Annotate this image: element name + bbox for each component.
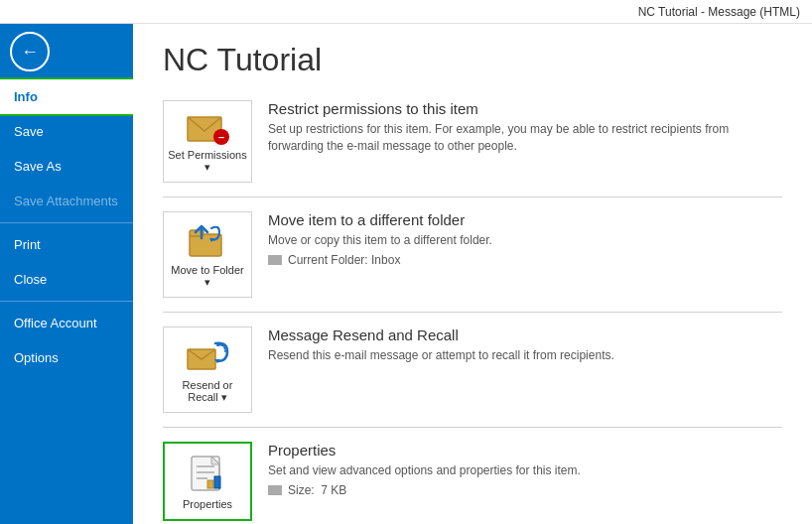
sidebar-save-label: Save xyxy=(14,124,44,139)
move-folder-desc: Move or copy this item to a different fo… xyxy=(268,232,782,249)
page-title: NC Tutorial xyxy=(163,42,782,78)
window-title: NC Tutorial - Message (HTML) xyxy=(638,5,800,19)
move-folder-button[interactable]: Move to Folder ▾ xyxy=(163,211,252,298)
resend-recall-icon xyxy=(182,335,233,375)
back-icon: ← xyxy=(21,42,39,63)
divider-1 xyxy=(163,196,782,197)
action-card-resend-recall: Resend or Recall ▾ Message Resend and Re… xyxy=(163,321,782,419)
sidebar-print-label: Print xyxy=(14,237,41,252)
properties-text: Properties Set and view advanced options… xyxy=(268,442,782,497)
properties-desc: Set and view advanced options and proper… xyxy=(268,462,782,479)
resend-recall-button[interactable]: Resend or Recall ▾ xyxy=(163,327,252,413)
sidebar-divider-1 xyxy=(0,222,133,223)
divider-3 xyxy=(163,427,782,428)
properties-button[interactable]: Properties xyxy=(163,442,252,521)
sidebar-item-save[interactable]: Save xyxy=(0,114,133,149)
sidebar-item-close[interactable]: Close xyxy=(0,262,133,297)
set-permissions-desc: Set up restrictions for this item. For e… xyxy=(268,121,782,155)
main-container: ← Info Save Save As Save Attachments Pri… xyxy=(0,24,812,524)
sidebar-office-account-label: Office Account xyxy=(14,316,97,330)
svg-rect-14 xyxy=(214,476,220,488)
resend-recall-title: Message Resend and Recall xyxy=(268,327,782,343)
meta-icon-size xyxy=(268,485,282,495)
properties-icon xyxy=(182,453,233,494)
size-value: 7 KB xyxy=(321,483,346,497)
properties-title: Properties xyxy=(268,442,782,458)
properties-label: Properties xyxy=(183,498,232,510)
properties-meta: Size: 7 KB xyxy=(268,483,782,497)
move-folder-title: Move item to a different folder xyxy=(268,211,782,228)
move-folder-icon xyxy=(182,220,233,260)
sidebar-info-label: Info xyxy=(14,89,38,104)
sidebar-item-office-account[interactable]: Office Account xyxy=(0,306,133,340)
sidebar: ← Info Save Save As Save Attachments Pri… xyxy=(0,24,133,524)
current-folder-value: Inbox xyxy=(371,253,400,267)
action-card-set-permissions: – Set Permissions ▾ Restrict permissions… xyxy=(163,94,782,189)
svg-rect-13 xyxy=(207,480,213,488)
meta-icon-folder xyxy=(268,255,282,265)
sidebar-item-options[interactable]: Options xyxy=(0,340,133,375)
size-label: Size: xyxy=(288,483,321,497)
action-card-properties: Properties Properties Set and view advan… xyxy=(163,436,782,524)
resend-recall-label: Resend or Recall ▾ xyxy=(168,379,247,404)
sidebar-save-attachments-label: Save Attachments xyxy=(14,194,118,208)
set-permissions-label: Set Permissions ▾ xyxy=(168,149,247,174)
action-card-move-folder: Move to Folder ▾ Move item to a differen… xyxy=(163,205,782,304)
divider-2 xyxy=(163,312,782,313)
move-folder-text: Move item to a different folder Move or … xyxy=(268,211,782,267)
back-button[interactable]: ← xyxy=(10,32,50,71)
svg-text:–: – xyxy=(218,131,224,143)
sidebar-save-as-label: Save As xyxy=(14,159,62,174)
sidebar-item-info[interactable]: Info xyxy=(0,79,133,114)
move-folder-meta: Current Folder: Inbox xyxy=(268,253,782,267)
set-permissions-text: Restrict permissions to this item Set up… xyxy=(268,100,782,155)
move-folder-label: Move to Folder ▾ xyxy=(168,264,247,289)
sidebar-item-save-attachments: Save Attachments xyxy=(0,184,133,218)
current-folder-label: Current Folder: xyxy=(288,253,371,267)
content-area: NC Tutorial – Set Permissions ▾ Restrict… xyxy=(133,24,812,524)
sidebar-close-label: Close xyxy=(14,272,47,287)
sidebar-divider-2 xyxy=(0,301,133,302)
resend-recall-desc: Resend this e-mail message or attempt to… xyxy=(268,347,782,364)
set-permissions-icon: – xyxy=(184,109,231,145)
sidebar-item-print[interactable]: Print xyxy=(0,227,133,262)
set-permissions-title: Restrict permissions to this item xyxy=(268,100,782,117)
resend-recall-text: Message Resend and Recall Resend this e-… xyxy=(268,327,782,364)
top-bar: NC Tutorial - Message (HTML) xyxy=(0,0,812,24)
set-permissions-button[interactable]: – Set Permissions ▾ xyxy=(163,100,252,183)
sidebar-item-save-as[interactable]: Save As xyxy=(0,149,133,184)
sidebar-options-label: Options xyxy=(14,350,59,365)
